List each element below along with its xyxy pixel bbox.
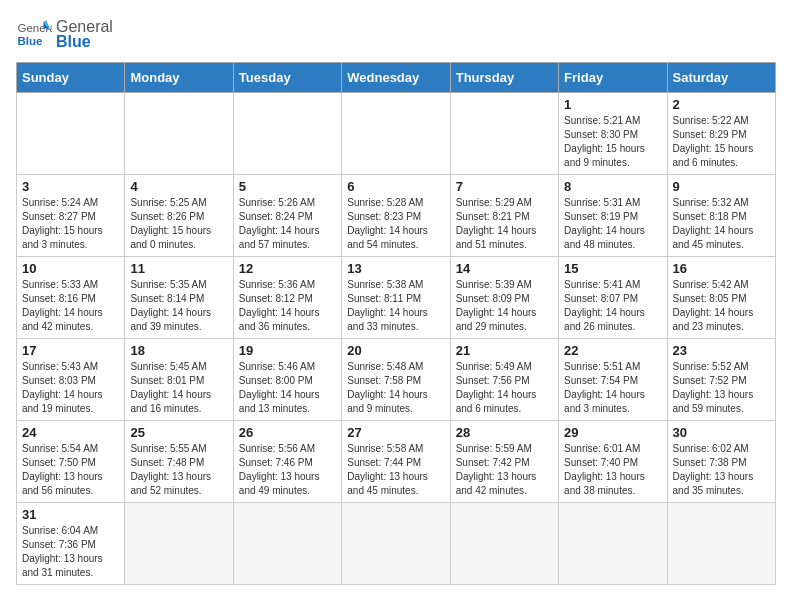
weekday-header-friday: Friday bbox=[559, 63, 667, 93]
calendar-cell: 2Sunrise: 5:22 AM Sunset: 8:29 PM Daylig… bbox=[667, 93, 775, 175]
calendar-cell: 5Sunrise: 5:26 AM Sunset: 8:24 PM Daylig… bbox=[233, 175, 341, 257]
calendar-cell: 21Sunrise: 5:49 AM Sunset: 7:56 PM Dayli… bbox=[450, 339, 558, 421]
day-number: 12 bbox=[239, 261, 336, 276]
calendar-cell: 22Sunrise: 5:51 AM Sunset: 7:54 PM Dayli… bbox=[559, 339, 667, 421]
calendar-cell: 9Sunrise: 5:32 AM Sunset: 8:18 PM Daylig… bbox=[667, 175, 775, 257]
calendar-cell: 11Sunrise: 5:35 AM Sunset: 8:14 PM Dayli… bbox=[125, 257, 233, 339]
day-info: Sunrise: 5:51 AM Sunset: 7:54 PM Dayligh… bbox=[564, 360, 661, 416]
calendar-cell bbox=[450, 93, 558, 175]
calendar-cell bbox=[17, 93, 125, 175]
day-number: 15 bbox=[564, 261, 661, 276]
calendar-cell: 30Sunrise: 6:02 AM Sunset: 7:38 PM Dayli… bbox=[667, 421, 775, 503]
day-number: 24 bbox=[22, 425, 119, 440]
calendar-week-0: 1Sunrise: 5:21 AM Sunset: 8:30 PM Daylig… bbox=[17, 93, 776, 175]
day-info: Sunrise: 5:48 AM Sunset: 7:58 PM Dayligh… bbox=[347, 360, 444, 416]
calendar-cell: 7Sunrise: 5:29 AM Sunset: 8:21 PM Daylig… bbox=[450, 175, 558, 257]
day-number: 23 bbox=[673, 343, 770, 358]
weekday-header-saturday: Saturday bbox=[667, 63, 775, 93]
calendar-cell bbox=[559, 503, 667, 585]
day-info: Sunrise: 5:55 AM Sunset: 7:48 PM Dayligh… bbox=[130, 442, 227, 498]
day-number: 18 bbox=[130, 343, 227, 358]
calendar-cell: 6Sunrise: 5:28 AM Sunset: 8:23 PM Daylig… bbox=[342, 175, 450, 257]
day-info: Sunrise: 5:49 AM Sunset: 7:56 PM Dayligh… bbox=[456, 360, 553, 416]
day-info: Sunrise: 5:22 AM Sunset: 8:29 PM Dayligh… bbox=[673, 114, 770, 170]
day-info: Sunrise: 6:04 AM Sunset: 7:36 PM Dayligh… bbox=[22, 524, 119, 580]
logo: General Blue General Blue bbox=[16, 16, 113, 52]
calendar-cell: 27Sunrise: 5:58 AM Sunset: 7:44 PM Dayli… bbox=[342, 421, 450, 503]
day-info: Sunrise: 5:29 AM Sunset: 8:21 PM Dayligh… bbox=[456, 196, 553, 252]
day-number: 5 bbox=[239, 179, 336, 194]
calendar-cell: 3Sunrise: 5:24 AM Sunset: 8:27 PM Daylig… bbox=[17, 175, 125, 257]
day-number: 1 bbox=[564, 97, 661, 112]
day-number: 26 bbox=[239, 425, 336, 440]
day-info: Sunrise: 5:31 AM Sunset: 8:19 PM Dayligh… bbox=[564, 196, 661, 252]
calendar-cell: 19Sunrise: 5:46 AM Sunset: 8:00 PM Dayli… bbox=[233, 339, 341, 421]
day-info: Sunrise: 6:02 AM Sunset: 7:38 PM Dayligh… bbox=[673, 442, 770, 498]
weekday-header-row: SundayMondayTuesdayWednesdayThursdayFrid… bbox=[17, 63, 776, 93]
day-info: Sunrise: 5:35 AM Sunset: 8:14 PM Dayligh… bbox=[130, 278, 227, 334]
day-number: 10 bbox=[22, 261, 119, 276]
weekday-header-wednesday: Wednesday bbox=[342, 63, 450, 93]
day-number: 14 bbox=[456, 261, 553, 276]
calendar-cell bbox=[233, 93, 341, 175]
day-number: 13 bbox=[347, 261, 444, 276]
day-info: Sunrise: 5:38 AM Sunset: 8:11 PM Dayligh… bbox=[347, 278, 444, 334]
day-info: Sunrise: 5:39 AM Sunset: 8:09 PM Dayligh… bbox=[456, 278, 553, 334]
weekday-header-monday: Monday bbox=[125, 63, 233, 93]
calendar-cell: 8Sunrise: 5:31 AM Sunset: 8:19 PM Daylig… bbox=[559, 175, 667, 257]
day-info: Sunrise: 5:43 AM Sunset: 8:03 PM Dayligh… bbox=[22, 360, 119, 416]
calendar-week-1: 3Sunrise: 5:24 AM Sunset: 8:27 PM Daylig… bbox=[17, 175, 776, 257]
calendar-cell: 28Sunrise: 5:59 AM Sunset: 7:42 PM Dayli… bbox=[450, 421, 558, 503]
day-number: 7 bbox=[456, 179, 553, 194]
day-info: Sunrise: 5:45 AM Sunset: 8:01 PM Dayligh… bbox=[130, 360, 227, 416]
svg-text:Blue: Blue bbox=[17, 35, 43, 47]
calendar-cell: 23Sunrise: 5:52 AM Sunset: 7:52 PM Dayli… bbox=[667, 339, 775, 421]
calendar-cell: 13Sunrise: 5:38 AM Sunset: 8:11 PM Dayli… bbox=[342, 257, 450, 339]
calendar-cell: 10Sunrise: 5:33 AM Sunset: 8:16 PM Dayli… bbox=[17, 257, 125, 339]
calendar-cell bbox=[233, 503, 341, 585]
calendar-cell: 24Sunrise: 5:54 AM Sunset: 7:50 PM Dayli… bbox=[17, 421, 125, 503]
day-info: Sunrise: 5:32 AM Sunset: 8:18 PM Dayligh… bbox=[673, 196, 770, 252]
day-number: 25 bbox=[130, 425, 227, 440]
day-number: 4 bbox=[130, 179, 227, 194]
weekday-header-tuesday: Tuesday bbox=[233, 63, 341, 93]
day-number: 2 bbox=[673, 97, 770, 112]
day-info: Sunrise: 5:42 AM Sunset: 8:05 PM Dayligh… bbox=[673, 278, 770, 334]
day-number: 19 bbox=[239, 343, 336, 358]
day-info: Sunrise: 5:59 AM Sunset: 7:42 PM Dayligh… bbox=[456, 442, 553, 498]
day-info: Sunrise: 5:46 AM Sunset: 8:00 PM Dayligh… bbox=[239, 360, 336, 416]
calendar-body: 1Sunrise: 5:21 AM Sunset: 8:30 PM Daylig… bbox=[17, 93, 776, 585]
calendar-cell: 1Sunrise: 5:21 AM Sunset: 8:30 PM Daylig… bbox=[559, 93, 667, 175]
day-info: Sunrise: 5:26 AM Sunset: 8:24 PM Dayligh… bbox=[239, 196, 336, 252]
day-info: Sunrise: 5:56 AM Sunset: 7:46 PM Dayligh… bbox=[239, 442, 336, 498]
day-number: 17 bbox=[22, 343, 119, 358]
day-info: Sunrise: 5:24 AM Sunset: 8:27 PM Dayligh… bbox=[22, 196, 119, 252]
calendar-cell bbox=[125, 93, 233, 175]
day-number: 6 bbox=[347, 179, 444, 194]
day-info: Sunrise: 5:36 AM Sunset: 8:12 PM Dayligh… bbox=[239, 278, 336, 334]
calendar-cell: 31Sunrise: 6:04 AM Sunset: 7:36 PM Dayli… bbox=[17, 503, 125, 585]
day-number: 31 bbox=[22, 507, 119, 522]
calendar-cell: 16Sunrise: 5:42 AM Sunset: 8:05 PM Dayli… bbox=[667, 257, 775, 339]
calendar-cell: 18Sunrise: 5:45 AM Sunset: 8:01 PM Dayli… bbox=[125, 339, 233, 421]
weekday-header-sunday: Sunday bbox=[17, 63, 125, 93]
day-info: Sunrise: 6:01 AM Sunset: 7:40 PM Dayligh… bbox=[564, 442, 661, 498]
page-header: General Blue General Blue bbox=[16, 16, 776, 52]
day-number: 20 bbox=[347, 343, 444, 358]
calendar-cell bbox=[450, 503, 558, 585]
weekday-header-thursday: Thursday bbox=[450, 63, 558, 93]
calendar-cell: 4Sunrise: 5:25 AM Sunset: 8:26 PM Daylig… bbox=[125, 175, 233, 257]
calendar-cell: 17Sunrise: 5:43 AM Sunset: 8:03 PM Dayli… bbox=[17, 339, 125, 421]
day-number: 8 bbox=[564, 179, 661, 194]
calendar-week-3: 17Sunrise: 5:43 AM Sunset: 8:03 PM Dayli… bbox=[17, 339, 776, 421]
day-info: Sunrise: 5:33 AM Sunset: 8:16 PM Dayligh… bbox=[22, 278, 119, 334]
day-info: Sunrise: 5:52 AM Sunset: 7:52 PM Dayligh… bbox=[673, 360, 770, 416]
logo-icon: General Blue bbox=[16, 16, 52, 52]
calendar-week-5: 31Sunrise: 6:04 AM Sunset: 7:36 PM Dayli… bbox=[17, 503, 776, 585]
day-info: Sunrise: 5:41 AM Sunset: 8:07 PM Dayligh… bbox=[564, 278, 661, 334]
calendar-cell: 25Sunrise: 5:55 AM Sunset: 7:48 PM Dayli… bbox=[125, 421, 233, 503]
day-number: 22 bbox=[564, 343, 661, 358]
day-number: 30 bbox=[673, 425, 770, 440]
day-info: Sunrise: 5:25 AM Sunset: 8:26 PM Dayligh… bbox=[130, 196, 227, 252]
day-number: 27 bbox=[347, 425, 444, 440]
